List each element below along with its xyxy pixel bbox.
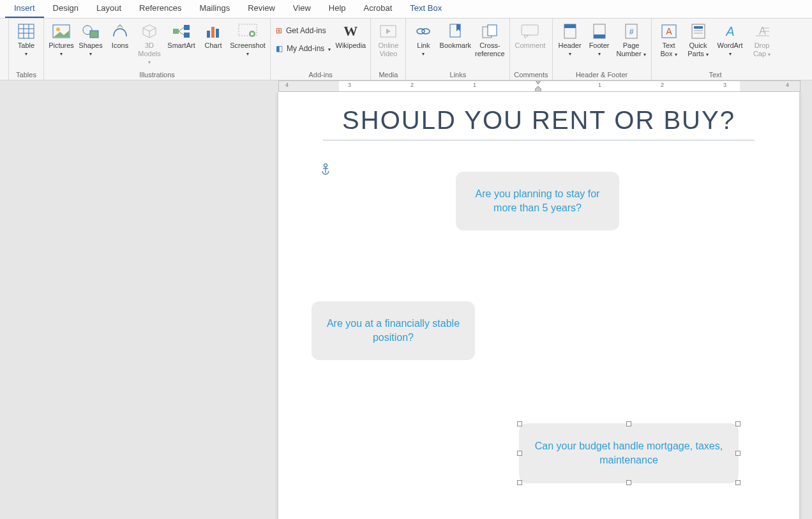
pagenum-label-2: Number ▾ bbox=[616, 50, 645, 58]
tab-design[interactable]: Design bbox=[44, 0, 87, 18]
svg-rect-42 bbox=[694, 30, 703, 31]
tab-layout[interactable]: Layout bbox=[87, 0, 130, 18]
online-video-button[interactable]: Online Video Online Video bbox=[375, 20, 402, 66]
bookmark-button[interactable]: Bookmark bbox=[439, 20, 471, 66]
group-label-illustrations: Illustrations bbox=[48, 71, 266, 80]
get-addins-button[interactable]: ⊞ Get Add-ins bbox=[274, 24, 332, 38]
tab-view[interactable]: View bbox=[284, 0, 320, 18]
svg-marker-49 bbox=[535, 80, 541, 84]
crossref-label-2: reference bbox=[475, 50, 504, 58]
resize-handle-ne[interactable] bbox=[735, 421, 741, 426]
tab-references[interactable]: References bbox=[130, 0, 190, 18]
textbox-2[interactable]: Are you at a financially stable position… bbox=[312, 301, 475, 360]
smartart-button[interactable]: SmartArt bbox=[165, 20, 197, 66]
header-icon bbox=[560, 22, 580, 40]
resize-handle-sw[interactable] bbox=[517, 480, 522, 485]
resize-handle-se[interactable] bbox=[735, 480, 741, 485]
group-label-hf: Header & Footer bbox=[557, 71, 647, 80]
pagenumber-button[interactable]: # Page Number ▾ Page Number bbox=[615, 20, 647, 66]
pictures-button[interactable]: Pictures ▾ bbox=[48, 20, 75, 66]
3d-models-button[interactable]: 3D 3D Models Models ▾ bbox=[136, 20, 163, 66]
link-button[interactable]: Link ▾ bbox=[410, 20, 437, 66]
tab-insert[interactable]: Insert bbox=[5, 0, 44, 18]
tab-review[interactable]: Review bbox=[239, 0, 284, 18]
resize-handle-w[interactable] bbox=[517, 451, 522, 456]
tab-acrobat[interactable]: Acrobat bbox=[355, 0, 402, 18]
textbox-2-text: Are you at a financially stable position… bbox=[324, 317, 462, 345]
textbox-3-selected[interactable]: Can your budget handle mortgage, taxes, … bbox=[520, 424, 738, 483]
screenshot-button[interactable]: Screenshot ▾ bbox=[229, 20, 266, 66]
textbox-button[interactable]: A Text Box ▾ Text Box bbox=[656, 20, 682, 66]
wordart-button[interactable]: A WordArt ▾ bbox=[714, 20, 746, 66]
ribbon: Table ▾ Tables Pictures ▾ Shapes ▾ bbox=[0, 19, 812, 80]
ribbon-group-illustrations: Pictures ▾ Shapes ▾ Icons 3D bbox=[44, 19, 271, 80]
dropcap-icon: A bbox=[752, 22, 772, 40]
store-icon: ⊞ bbox=[276, 26, 282, 35]
models-label-1: 3D bbox=[145, 41, 154, 50]
quick-label-2: Parts ▾ bbox=[688, 50, 709, 58]
table-label: Table bbox=[18, 41, 34, 50]
anchor-icon bbox=[321, 163, 330, 175]
resize-handle-n[interactable] bbox=[626, 421, 631, 426]
group-label-links: Links bbox=[410, 71, 506, 80]
drop-label-1: Drop bbox=[755, 41, 770, 50]
svg-marker-50 bbox=[535, 86, 541, 92]
dropcap-button[interactable]: A Drop Cap ▾ Drop Cap bbox=[749, 20, 776, 66]
ribbon-group-links: Link ▾ Bookmark Cross- reference Cross-r… bbox=[406, 19, 510, 80]
footer-label: Footer bbox=[589, 41, 610, 50]
shapes-icon bbox=[80, 22, 101, 40]
table-icon bbox=[16, 22, 36, 40]
footer-button[interactable]: Footer ▾ bbox=[586, 20, 613, 66]
chart-button[interactable]: Chart bbox=[200, 20, 227, 66]
quickparts-button[interactable]: Quick Parts ▾ Quick Parts bbox=[685, 20, 712, 66]
svg-rect-17 bbox=[211, 27, 214, 38]
textbox-label-2: Box ▾ bbox=[661, 50, 677, 58]
group-label-comments: Comments bbox=[514, 71, 548, 80]
horizontal-ruler[interactable]: 4 3 2 1 1 2 3 4 bbox=[278, 80, 801, 92]
textbox-label-1: Text bbox=[662, 41, 675, 50]
ribbon-group-media: Online Video Online Video Media bbox=[371, 19, 406, 80]
comment-label: Comment bbox=[515, 41, 546, 50]
svg-rect-29 bbox=[488, 25, 497, 36]
indent-marker-bottom[interactable] bbox=[535, 86, 541, 92]
resize-handle-s[interactable] bbox=[626, 480, 631, 485]
indent-marker-top[interactable] bbox=[535, 80, 541, 85]
chevron-down-icon: ▾ bbox=[422, 51, 425, 57]
svg-line-15 bbox=[179, 31, 184, 35]
group-label-tables: Tables bbox=[13, 71, 40, 80]
ribbon-group-headerfooter: Header ▾ Footer ▾ # Page Number ▾ Page N… bbox=[553, 19, 652, 80]
document-page[interactable]: SHOULD YOU RENT OR BUY? Are you planning… bbox=[278, 92, 799, 519]
header-button[interactable]: Header ▾ bbox=[557, 20, 583, 66]
tab-help[interactable]: Help bbox=[320, 0, 355, 18]
resize-handle-nw[interactable] bbox=[517, 421, 522, 426]
icons-button[interactable]: Icons bbox=[107, 20, 133, 66]
svg-rect-18 bbox=[216, 29, 219, 38]
ruler-tick: 2 bbox=[410, 82, 414, 88]
svg-text:A: A bbox=[666, 26, 672, 36]
group-label-media: Media bbox=[375, 71, 402, 80]
svg-rect-21 bbox=[251, 33, 253, 35]
document-workspace[interactable]: SHOULD YOU RENT OR BUY? Are you planning… bbox=[0, 92, 812, 519]
shapes-button[interactable]: Shapes ▾ bbox=[77, 20, 104, 66]
wikipedia-label: Wikipedia bbox=[336, 41, 366, 50]
textbox-1[interactable]: Are you planning to stay for more than 5… bbox=[456, 172, 619, 230]
my-addins-button[interactable]: ◧ My Add-ins ▾ bbox=[274, 41, 332, 56]
crossref-button[interactable]: Cross- reference Cross-reference bbox=[474, 20, 506, 66]
textbox-icon: A bbox=[659, 22, 679, 40]
chevron-down-icon: ▾ bbox=[729, 51, 732, 57]
resize-handle-e[interactable] bbox=[735, 451, 741, 456]
ribbon-group-addins: ⊞ Get Add-ins ◧ My Add-ins ▾ W Wikipedia… bbox=[271, 19, 371, 80]
quickparts-icon bbox=[688, 22, 709, 40]
page-title[interactable]: SHOULD YOU RENT OR BUY? bbox=[323, 106, 755, 140]
chevron-down-icon: ▾ bbox=[25, 51, 27, 57]
table-button[interactable]: Table ▾ bbox=[13, 20, 40, 66]
tab-mailings[interactable]: Mailings bbox=[191, 0, 239, 18]
video-icon bbox=[378, 22, 398, 40]
tab-textbox-context[interactable]: Text Box bbox=[401, 0, 451, 18]
comment-button[interactable]: Comment bbox=[514, 20, 546, 66]
wikipedia-button[interactable]: W Wikipedia bbox=[335, 20, 366, 66]
ruler-area: 4 3 2 1 1 2 3 4 bbox=[0, 80, 812, 92]
chevron-down-icon: ▾ bbox=[246, 51, 249, 57]
get-addins-label: Get Add-ins bbox=[286, 26, 326, 35]
ruler-tick: 1 bbox=[598, 82, 601, 88]
